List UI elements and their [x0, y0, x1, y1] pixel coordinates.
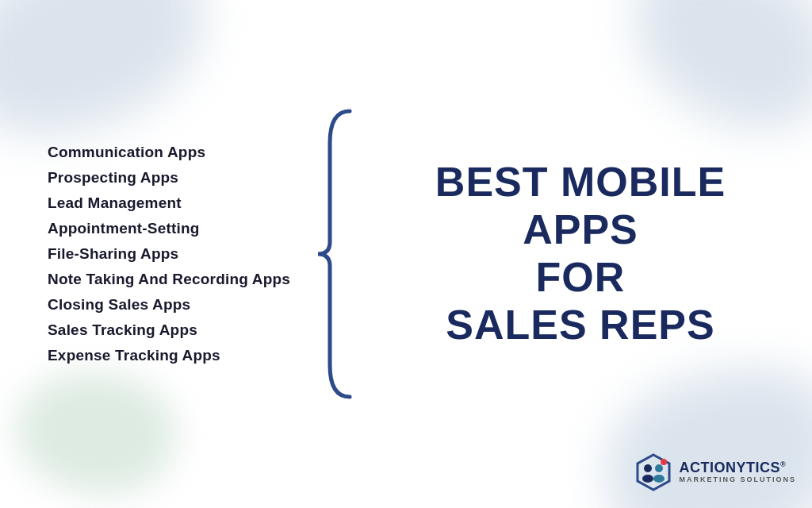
svg-point-2 [642, 475, 653, 483]
title-line1: BEST MOBILE APPS [435, 159, 726, 252]
list-item-4: Appointment-Setting [48, 220, 290, 237]
list-item-2: Prospecting Apps [48, 169, 290, 187]
title-line2: FOR [536, 254, 626, 300]
list-item-5: File-Sharing Apps [48, 245, 290, 263]
logo-subtitle: MARKETING SOLUTIONS [680, 476, 797, 484]
list-item-9: Expense Tracking Apps [48, 347, 290, 364]
svg-point-3 [655, 464, 663, 472]
logo-text: ACTIONYTICS® MARKETING SOLUTIONS [680, 460, 797, 484]
svg-point-4 [653, 475, 665, 483]
list-item-1: Communication Apps [48, 144, 290, 161]
logo: ACTIONYTICS® MARKETING SOLUTIONS [634, 452, 797, 492]
svg-point-1 [644, 464, 652, 472]
main-content: Communication Apps Prospecting Apps Lead… [0, 0, 812, 508]
logo-brand: ACTIONYTICS® [680, 460, 797, 476]
list-item-7: Closing Sales Apps [48, 296, 290, 314]
title-line3: SALES REPS [446, 302, 714, 348]
list-item-8: Sales Tracking Apps [48, 321, 290, 339]
main-title: BEST MOBILE APPS FOR SALES REPS [396, 159, 764, 348]
title-section: BEST MOBILE APPS FOR SALES REPS [381, 159, 764, 348]
bracket [314, 103, 362, 405]
svg-point-5 [661, 459, 667, 465]
logo-trademark: ® [780, 460, 786, 468]
logo-icon [634, 452, 673, 492]
list-item-3: Lead Management [48, 194, 290, 212]
list-item-6: Note Taking And Recording Apps [48, 271, 290, 288]
apps-list: Communication Apps Prospecting Apps Lead… [48, 144, 290, 364]
list-section: Communication Apps Prospecting Apps Lead… [48, 103, 381, 405]
